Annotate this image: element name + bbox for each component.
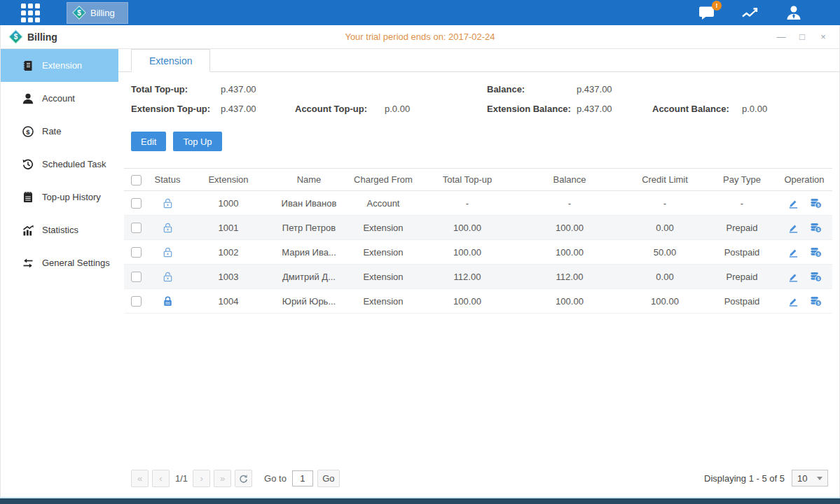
ledger-icon [22,59,34,72]
svg-text:$: $ [26,127,30,135]
row-checkbox[interactable] [131,223,142,233]
refresh-button[interactable] [235,470,252,487]
topup-coins-icon[interactable] [810,222,822,234]
charged-from-cell: Extension [348,247,418,258]
pay-type-cell: - [707,198,777,209]
messages-icon[interactable]: ! [697,4,717,21]
sidebar-item-scheduled-task[interactable]: Scheduled Task [1,148,118,181]
sidebar-item-extension[interactable]: Extension [1,49,118,82]
clock-history-icon [22,158,34,171]
name-cell: Иван Иванов [270,198,348,209]
header-credit-limit: Credit Limit [623,174,707,185]
displaying-text: Displaying 1 - 5 of 5 [704,473,785,484]
pay-type-cell: Prepaid [707,223,777,233]
sidebar-item-general-settings[interactable]: General Settings [1,246,118,279]
close-button[interactable]: × [818,31,828,42]
status-lock-icon [162,221,174,232]
charged-from-cell: Account [348,198,418,209]
sidebar-item-statistics[interactable]: Statistics [1,214,118,246]
total-topup-cell: - [418,198,516,209]
row-checkbox[interactable] [131,272,142,282]
sidebar-item-label: Statistics [42,225,78,235]
next-page-button[interactable]: › [193,470,210,487]
billing-app-icon: $ [72,6,86,20]
last-page-button[interactable]: » [214,470,231,487]
extension-balance-label: Extension Balance: [487,104,577,114]
sidebar-item-label: Extension [42,60,82,71]
notepad-icon [22,191,34,204]
charged-from-cell: Extension [348,223,418,233]
name-cell: Юрий Юрь... [270,296,348,307]
edit-icon[interactable] [787,197,799,209]
edit-icon[interactable] [787,246,799,258]
chevron-down-icon [817,477,822,480]
reports-icon[interactable] [741,4,760,21]
credit-limit-cell: 50.00 [623,247,707,258]
edit-icon[interactable] [787,222,799,234]
page-size-select[interactable]: 10 [792,470,828,486]
extension-balance-value: p.437.00 [577,104,612,114]
balance-cell: 112.00 [516,272,623,282]
tab-extension[interactable]: Extension [131,49,210,72]
sidebar-item-rate[interactable]: $ Rate [1,115,118,148]
total-topup-cell: 100.00 [418,296,516,307]
extension-topup-value: p.437.00 [221,104,256,114]
extension-table: Status Extension Name Charged From Total… [124,168,832,314]
page-size-value: 10 [797,473,807,484]
sidebar-item-topup-history[interactable]: Top-up History [1,181,118,214]
select-all-checkbox[interactable] [131,175,142,186]
pay-type-cell: Postpaid [707,296,777,307]
app-grid-icon[interactable] [21,4,40,22]
sidebar-item-label: General Settings [42,258,110,268]
sidebar-item-label: Account [42,93,75,104]
go-button[interactable]: Go [317,470,340,487]
total-topup-cell: 100.00 [418,223,516,233]
user-account-icon[interactable] [784,4,804,21]
main-panel: Extension Total Top-up:p.437.00 Balance:… [118,49,839,497]
page-indicator: 1/1 [175,473,188,484]
person-icon [22,92,34,105]
topup-coins-icon[interactable] [810,246,822,258]
account-topup-label: Account Top-up: [295,104,385,114]
edit-icon[interactable] [787,295,799,307]
balance-cell: 100.00 [516,247,623,258]
minimize-button[interactable]: — [776,31,786,42]
maximize-button[interactable]: □ [797,31,807,42]
extension-topup-label: Extension Top-up: [131,104,221,114]
taskbar-item-label: Billing [90,8,115,18]
sidebar-item-label: Rate [42,126,61,136]
balance-value: p.437.00 [577,84,612,94]
pagination-bar: « ‹ 1/1 › » Go to Go Display [118,465,839,497]
goto-label: Go to [264,473,287,484]
edit-icon[interactable] [787,271,799,283]
sidebar-item-account[interactable]: Account [1,82,118,115]
balance-cell: 100.00 [516,223,623,233]
table-header-row: Status Extension Name Charged From Total… [124,168,832,191]
desktop-bottom-strip [0,497,840,504]
extension-cell: 1004 [187,296,270,307]
balance-cell: 100.00 [516,296,623,307]
topup-coins-icon[interactable] [810,295,822,307]
bar-chart-icon [22,224,34,237]
edit-button[interactable]: Edit [131,132,166,151]
notification-badge: ! [712,1,722,10]
sidebar-item-label: Scheduled Task [42,159,106,169]
goto-page-input[interactable] [292,470,313,486]
top-up-button[interactable]: Top Up [173,132,221,151]
prev-page-button[interactable]: ‹ [152,470,170,487]
header-balance: Balance [516,174,623,185]
row-checkbox[interactable] [131,247,142,258]
taskbar-item-billing[interactable]: $ Billing [67,2,128,24]
window-titlebar: $ Billing Your trial period ends on: 201… [1,25,839,49]
topup-coins-icon[interactable] [810,197,822,209]
topup-coins-icon[interactable] [810,271,822,283]
row-checkbox[interactable] [131,296,142,307]
window-title: $ Billing [11,31,57,43]
summary-row-1: Total Top-up:p.437.00 Balance:p.437.00 [118,84,839,94]
charged-from-cell: Extension [348,296,418,307]
row-checkbox[interactable] [131,198,142,209]
total-topup-label: Total Top-up: [131,84,221,94]
first-page-button[interactable]: « [131,470,149,487]
sidebar-item-label: Top-up History [42,192,101,202]
trial-notice: Your trial period ends on: 2017-02-24 [345,31,495,42]
